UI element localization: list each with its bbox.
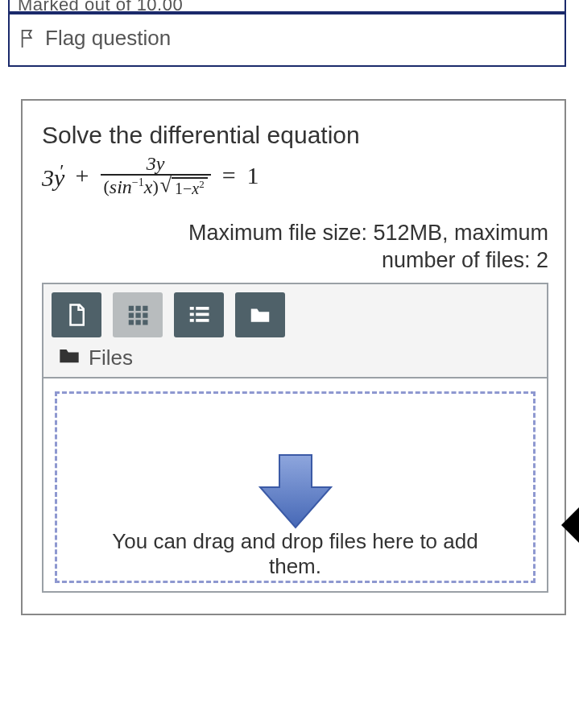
file-limits: Maximum file size: 512MB, maximum number… <box>42 220 548 275</box>
svg-rect-11 <box>190 312 194 316</box>
files-breadcrumb[interactable]: Files <box>52 337 539 372</box>
folder-mini-icon <box>58 345 81 370</box>
eq-numerator: 3y <box>142 154 170 174</box>
flag-question-button[interactable]: Flag question <box>8 13 566 67</box>
folder-view-button[interactable] <box>235 292 285 337</box>
file-icon <box>64 303 89 327</box>
file-manager-toolbar: Files <box>43 284 547 378</box>
svg-rect-1 <box>136 306 141 311</box>
svg-rect-13 <box>190 319 194 322</box>
svg-rect-2 <box>143 306 147 311</box>
question-prompt: Solve the differential equation <box>42 122 548 149</box>
dropzone-container: You can drag and drop files here to add … <box>43 378 547 591</box>
grid-icon <box>126 303 150 327</box>
flag-icon <box>19 28 37 49</box>
add-file-button[interactable] <box>52 292 101 337</box>
files-label: Files <box>89 345 133 370</box>
svg-rect-9 <box>190 307 194 310</box>
file-dropzone[interactable]: You can drag and drop files here to add … <box>55 391 536 583</box>
file-manager: Files You can <box>42 283 548 593</box>
svg-rect-3 <box>129 312 134 317</box>
eq-plus: + <box>76 162 89 189</box>
svg-rect-4 <box>136 312 141 317</box>
download-arrow-icon <box>251 450 340 534</box>
svg-rect-6 <box>129 320 134 325</box>
grid-view-button[interactable] <box>113 292 163 337</box>
folder-icon <box>248 303 272 327</box>
marked-out-text: Marked out of 10.00 <box>18 0 183 13</box>
flag-label: Flag question <box>45 26 171 51</box>
list-view-button[interactable] <box>174 292 224 337</box>
eq-fraction: 3y (sin−1x) √ 1−x2 <box>101 154 211 197</box>
svg-rect-10 <box>196 307 209 310</box>
svg-rect-0 <box>129 306 134 311</box>
svg-rect-5 <box>143 312 147 317</box>
eq-rhs: 1 <box>247 162 259 189</box>
svg-rect-14 <box>196 319 209 322</box>
eq-lhs: 3y′ <box>42 160 64 192</box>
list-icon <box>187 303 211 327</box>
svg-rect-7 <box>136 320 141 325</box>
svg-rect-12 <box>196 312 209 316</box>
marked-out-partial: Marked out of 10.00 <box>8 0 566 13</box>
eq-equals: = <box>222 162 236 189</box>
svg-rect-8 <box>143 320 147 325</box>
eq-denominator: (sin−1x) √ 1−x2 <box>101 176 211 197</box>
dropzone-text: You can drag and drop files here to add … <box>104 529 486 579</box>
question-card: Solve the differential equation 3y′ + 3y… <box>21 99 566 615</box>
equation: 3y′ + 3y (sin−1x) √ 1−x2 = 1 <box>42 154 548 197</box>
